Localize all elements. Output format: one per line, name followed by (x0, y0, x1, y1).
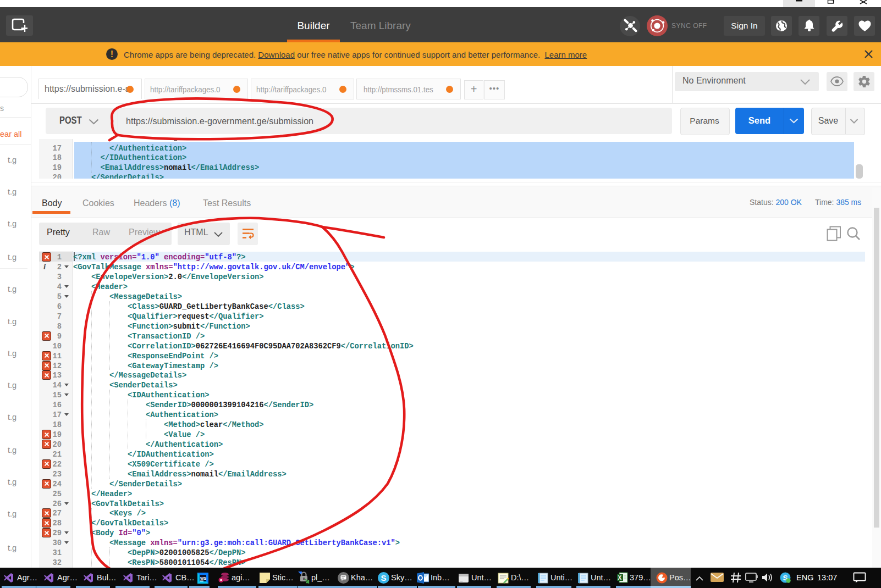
svg-text:S: S (381, 573, 387, 583)
svg-text:X: X (618, 575, 622, 581)
svg-text:_: _ (459, 577, 463, 583)
svg-text:WS: WS (200, 576, 207, 580)
